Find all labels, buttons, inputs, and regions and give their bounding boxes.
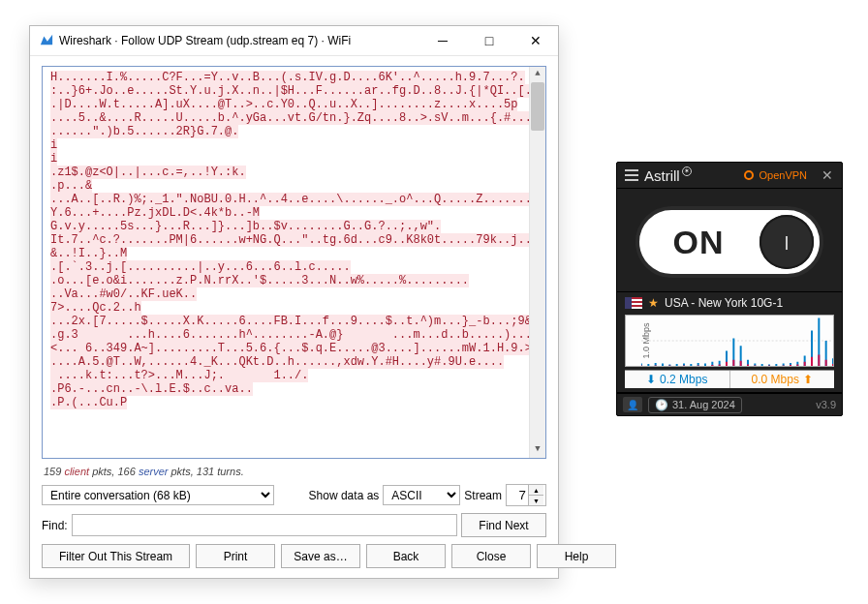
show-as-select[interactable]: ASCII [383, 485, 460, 505]
maximize-button[interactable]: □ [469, 27, 510, 54]
speed-readout: ⬇ 0.2 Mbps 0.0 Mbps ⬆ [625, 370, 834, 388]
astrill-titlebar[interactable]: Astrill✶ OpenVPN ✕ [617, 163, 842, 189]
version-label: v3.9 [816, 399, 836, 410]
protocol-selector[interactable]: OpenVPN [743, 169, 807, 181]
toggle-on-label: ON [645, 224, 752, 261]
server-panel: ★ USA - New York 10G-1 1.0 Mbps ⬇ 0.2 Mb… [617, 292, 842, 393]
conversation-select[interactable]: Entire conversation (68 kB) [42, 485, 274, 505]
astrill-window: Astrill✶ OpenVPN ✕ ON | ★ USA - New York… [616, 162, 843, 416]
stream-number-spinner[interactable]: ▲ ▼ [506, 484, 546, 506]
astrill-logo: Astrill✶ [644, 167, 692, 184]
scroll-up-icon[interactable]: ▲ [530, 67, 545, 82]
clock-icon: 🕑 [655, 399, 668, 411]
connection-toggle-area: ON | [617, 189, 842, 292]
upload-arrow-icon: ⬆ [803, 373, 813, 386]
wireshark-window: Wireshark · Follow UDP Stream (udp.strea… [29, 25, 559, 579]
svg-point-0 [745, 171, 753, 179]
window-body: H.......I.%.....C?F...=Y..v..B...(.s.IV.… [30, 56, 558, 578]
stream-up-icon[interactable]: ▲ [528, 485, 543, 495]
stream-label: Stream [464, 489, 502, 502]
help-button[interactable]: Help [537, 544, 616, 568]
scroll-down-icon[interactable]: ▼ [530, 442, 545, 458]
throughput-chart: 1.0 Mbps [625, 315, 834, 367]
save-as-button[interactable]: Save as… [281, 544, 360, 568]
stream-number-input[interactable] [507, 485, 528, 505]
scrollbar[interactable]: ▲ ▼ [529, 67, 545, 458]
back-button[interactable]: Back [366, 544, 446, 568]
toggle-knob[interactable]: | [760, 215, 814, 269]
upload-speed: 0.0 Mbps [752, 373, 799, 386]
find-input[interactable] [72, 514, 457, 536]
stream-text-view[interactable]: H.......I.%.....C?F...=Y..v..B...(.s.IV.… [42, 66, 546, 459]
wireshark-icon [40, 33, 53, 49]
flag-usa-icon [625, 297, 642, 309]
connection-toggle[interactable]: ON | [636, 206, 823, 278]
filter-out-button[interactable]: Filter Out This Stream [42, 544, 190, 568]
packet-summary: 159 client pkts, 166 server pkts, 131 tu… [42, 466, 546, 477]
download-speed: 0.2 Mbps [660, 373, 707, 386]
status-bar: 👤 🕑 31. Aug 2024 v3.9 [617, 393, 842, 415]
hamburger-menu-icon[interactable] [625, 169, 638, 181]
server-name: USA - New York 10G-1 [665, 296, 783, 310]
close-button-footer[interactable]: Close [451, 544, 531, 568]
stream-down-icon[interactable]: ▼ [528, 495, 543, 505]
scroll-thumb[interactable] [531, 82, 544, 131]
close-button[interactable]: ✕ [515, 27, 556, 54]
print-button[interactable]: Print [196, 544, 275, 568]
favorite-star-icon[interactable]: ★ [648, 296, 659, 310]
button-bar: Filter Out This Stream Print Save as… Ba… [42, 544, 546, 568]
find-label: Find: [42, 519, 68, 532]
find-next-button[interactable]: Find Next [461, 513, 546, 537]
download-arrow-icon: ⬇ [646, 373, 656, 386]
display-options-row: Entire conversation (68 kB) Show data as… [42, 484, 546, 506]
close-icon[interactable]: ✕ [819, 167, 836, 183]
expiry-date[interactable]: 🕑 31. Aug 2024 [648, 397, 742, 413]
find-row: Find: Find Next [42, 513, 546, 537]
titlebar[interactable]: Wireshark · Follow UDP Stream (udp.strea… [30, 26, 558, 56]
user-info-button[interactable]: 👤 [623, 397, 642, 412]
minimize-button[interactable]: ─ [422, 27, 463, 54]
show-as-label: Show data as [309, 489, 380, 502]
server-selector[interactable]: ★ USA - New York 10G-1 [625, 296, 834, 310]
window-title: Wireshark · Follow UDP Stream (udp.strea… [59, 34, 417, 47]
